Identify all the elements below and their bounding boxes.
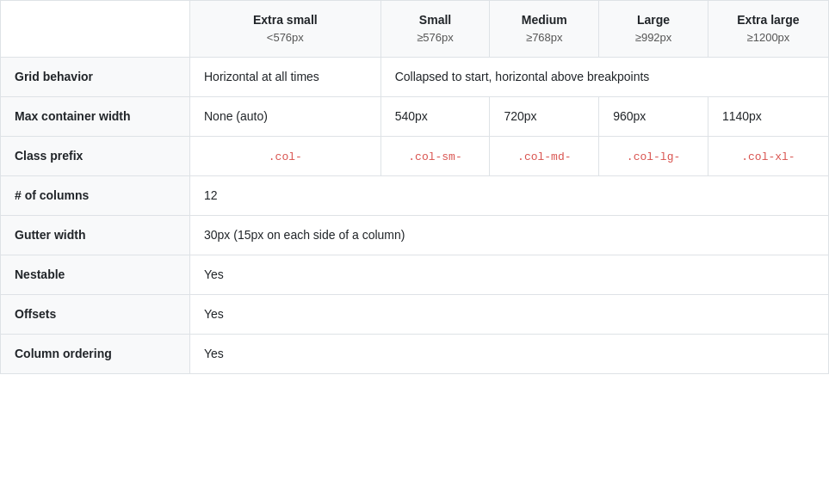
cell-class-prefix-sm: .col-sm- <box>380 136 490 176</box>
grid-reference-table: Extra small <576px Small ≥576px Medium ≥… <box>0 0 829 374</box>
cell-max-width-sm: 540px <box>380 96 490 136</box>
row-offsets: Offsets Yes <box>1 295 829 335</box>
row-label-column-ordering: Column ordering <box>1 335 190 374</box>
cell-grid-behavior-sm-xl: Collapsed to start, horizontal above bre… <box>380 57 828 96</box>
cell-max-width-md: 720px <box>490 96 599 136</box>
cell-class-prefix-xl: .col-xl- <box>708 136 828 176</box>
row-nestable: Nestable Yes <box>1 255 829 295</box>
row-max-container-width: Max container width None (auto) 540px 72… <box>1 96 829 136</box>
row-label-grid-behavior: Grid behavior <box>1 57 190 96</box>
header-md: Medium ≥768px <box>490 1 599 58</box>
cell-max-width-xs: None (auto) <box>190 96 381 136</box>
row-label-nestable: Nestable <box>1 255 190 295</box>
row-num-columns: # of columns 12 <box>1 176 829 216</box>
cell-max-width-lg: 960px <box>599 96 708 136</box>
cell-class-prefix-md: .col-md- <box>490 136 599 176</box>
row-label-class-prefix: Class prefix <box>1 136 190 176</box>
row-label-offsets: Offsets <box>1 295 190 335</box>
header-sm: Small ≥576px <box>380 1 490 58</box>
cell-grid-behavior-xs: Horizontal at all times <box>190 57 381 96</box>
row-column-ordering: Column ordering Yes <box>1 335 829 374</box>
cell-class-prefix-xs: .col- <box>190 136 381 176</box>
row-label-max-container-width: Max container width <box>1 96 190 136</box>
cell-column-ordering: Yes <box>190 335 829 374</box>
cell-class-prefix-lg: .col-lg- <box>599 136 708 176</box>
cell-nestable: Yes <box>190 255 829 295</box>
row-label-gutter-width: Gutter width <box>1 216 190 255</box>
header-xl: Extra large ≥1200px <box>708 1 828 58</box>
header-lg: Large ≥992px <box>599 1 708 58</box>
grid-table-wrapper: Extra small <576px Small ≥576px Medium ≥… <box>0 0 829 374</box>
header-xs: Extra small <576px <box>190 1 381 58</box>
row-grid-behavior: Grid behavior Horizontal at all times Co… <box>1 57 829 96</box>
cell-offsets: Yes <box>190 295 829 335</box>
row-gutter-width: Gutter width 30px (15px on each side of … <box>1 216 829 255</box>
row-label-num-columns: # of columns <box>1 176 190 216</box>
cell-gutter-width: 30px (15px on each side of a column) <box>190 216 829 255</box>
cell-num-columns: 12 <box>190 176 829 216</box>
header-empty-cell <box>1 1 190 58</box>
row-class-prefix: Class prefix .col- .col-sm- .col-md- .co… <box>1 136 829 176</box>
cell-max-width-xl: 1140px <box>708 96 828 136</box>
